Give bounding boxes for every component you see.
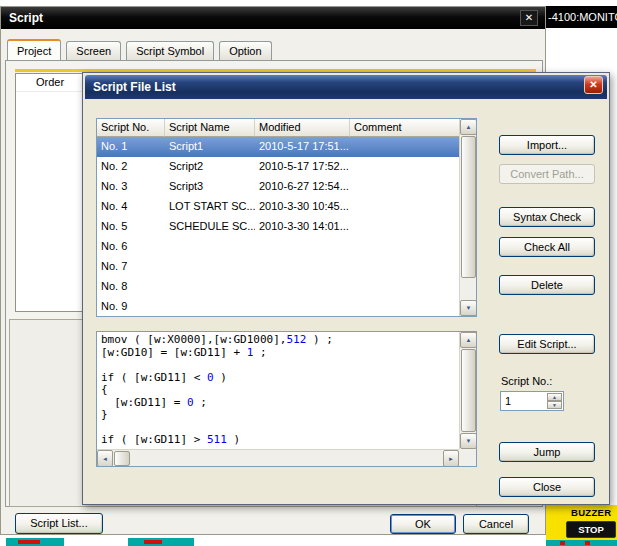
script-no-label: Script No.: — [501, 375, 552, 387]
scrollbar-thumb[interactable] — [114, 451, 130, 466]
edit-script-button[interactable]: Edit Script... — [499, 334, 595, 354]
spinner-down-button[interactable]: ▼ — [547, 401, 562, 409]
arrow-down-icon: ▼ — [466, 438, 472, 444]
column-header-1[interactable]: Script Name — [165, 119, 255, 137]
check-all-button[interactable]: Check All — [499, 237, 595, 257]
code-line: if ( [w:GD11] > 511 ) — [101, 434, 455, 447]
table-cell: No. 5 — [97, 217, 165, 237]
table-row[interactable]: No. 5SCHEDULE SC...2010-3-30 14:01... — [97, 217, 461, 237]
code-v-scrollbar[interactable]: ▲ ▼ — [459, 332, 476, 449]
script-no-input[interactable]: 1 ▲ ▼ — [500, 391, 564, 411]
table-row[interactable]: No. 7 — [97, 257, 461, 277]
jump-button[interactable]: Jump — [499, 442, 595, 462]
screen: -4100:MONITO BUZZER STOP Script ✕ Projec… — [0, 0, 617, 546]
script-file-list-dialog: Script File List ✕ Script No.Script Name… — [82, 72, 610, 505]
code-line: { — [101, 384, 455, 397]
delete-button[interactable]: Delete — [499, 275, 595, 295]
table-row[interactable]: No. 9 — [97, 297, 461, 317]
table-row[interactable]: No. 6 — [97, 237, 461, 257]
close-button[interactable]: Close — [499, 477, 595, 497]
table-cell: Script3 — [165, 177, 255, 197]
script-window-titlebar[interactable]: Script — [1, 7, 545, 29]
table-cell — [165, 297, 255, 317]
table-cell — [350, 177, 461, 197]
tab-script-symbol[interactable]: Script Symbol — [126, 41, 214, 61]
table-cell: LOT START SC... — [165, 197, 255, 217]
simulator-fragment-mark — [144, 540, 162, 544]
scrollbar-right-button[interactable]: ► — [443, 450, 459, 467]
script-table: Script No.Script NameModifiedComment No.… — [96, 118, 477, 317]
code-h-scrollbar[interactable]: ◄ ► — [97, 449, 459, 466]
table-row[interactable]: No. 3Script32010-6-27 12:54... — [97, 177, 461, 197]
tab-screen[interactable]: Screen — [66, 41, 121, 61]
table-cell: 2010-5-17 17:51... — [255, 137, 350, 157]
table-cell — [255, 257, 350, 277]
table-cell: SCHEDULE SC... — [165, 217, 255, 237]
cancel-button[interactable]: Cancel — [463, 514, 529, 534]
table-cell — [165, 237, 255, 257]
table-cell: No. 6 — [97, 237, 165, 257]
table-cell: No. 1 — [97, 137, 165, 157]
table-cell — [350, 237, 461, 257]
tab-project[interactable]: Project — [7, 39, 61, 61]
buzzer-label: BUZZER — [571, 507, 611, 518]
scrollbar-up-button[interactable]: ▲ — [460, 332, 477, 348]
stop-button[interactable]: STOP — [566, 521, 616, 538]
tab-strip: Project Screen Script Symbol Option — [7, 39, 274, 61]
script-no-spinner: ▲ ▼ — [547, 393, 562, 409]
code-text: bmov ( [w:X0000],[w:GD1000],512 ) ;[w:GD… — [97, 332, 459, 449]
table-cell: No. 3 — [97, 177, 165, 197]
behind-window-title-text: -4100:MONITO — [548, 11, 617, 23]
table-cell — [165, 277, 255, 297]
table-cell: No. 8 — [97, 277, 165, 297]
table-cell: 2010-3-30 10:45... — [255, 197, 350, 217]
arrow-up-icon: ▲ — [466, 337, 472, 343]
table-row[interactable]: No. 2Script22010-5-17 17:52... — [97, 157, 461, 177]
table-cell: No. 9 — [97, 297, 165, 317]
table-cell: 2010-6-27 12:54... — [255, 177, 350, 197]
dialog-close-button[interactable]: ✕ — [584, 76, 603, 94]
table-cell — [350, 277, 461, 297]
arrow-up-icon: ▲ — [466, 124, 472, 130]
script-list-button[interactable]: Script List... — [15, 513, 103, 534]
script-no-value: 1 — [505, 392, 511, 410]
table-row[interactable]: No. 8 — [97, 277, 461, 297]
convert-path-button[interactable]: Convert Path... — [499, 164, 595, 184]
arrow-right-icon: ► — [448, 456, 454, 462]
behind-window-titlebar: -4100:MONITO — [546, 6, 617, 28]
column-header-0[interactable]: Script No. — [97, 119, 165, 137]
window-close-button[interactable]: ✕ — [520, 10, 538, 26]
tab-option[interactable]: Option — [219, 41, 271, 61]
script-code-preview[interactable]: bmov ( [w:X0000],[w:GD1000],512 ) ;[w:GD… — [96, 331, 477, 467]
arrow-down-icon: ▼ — [552, 402, 557, 408]
spinner-up-button[interactable]: ▲ — [547, 393, 562, 401]
scrollbar-thumb[interactable] — [461, 136, 476, 278]
scrollbar-down-button[interactable]: ▼ — [460, 300, 477, 316]
table-row[interactable]: No. 4LOT START SC...2010-3-30 10:45... — [97, 197, 461, 217]
scrollbar-up-button[interactable]: ▲ — [460, 119, 477, 135]
code-line: if ( [w:GD11] < 0 ) — [101, 372, 455, 385]
table-body: No. 1Script12010-5-17 17:51...No. 2Scrip… — [97, 137, 461, 317]
table-cell — [350, 157, 461, 177]
table-cell: No. 4 — [97, 197, 165, 217]
scrollbar-corner — [459, 449, 476, 466]
scrollbar-down-button[interactable]: ▼ — [460, 433, 477, 449]
table-cell — [255, 237, 350, 257]
table-row[interactable]: No. 1Script12010-5-17 17:51... — [97, 137, 461, 157]
import-button[interactable]: Import... — [499, 135, 595, 155]
table-scrollbar[interactable]: ▲ ▼ — [459, 119, 476, 316]
table-cell — [165, 257, 255, 277]
table-cell — [255, 297, 350, 317]
scrollbar-left-button[interactable]: ◄ — [97, 450, 113, 467]
scrollbar-thumb[interactable] — [461, 349, 476, 432]
dialog-titlebar[interactable]: Script File List — [85, 75, 607, 99]
syntax-check-button[interactable]: Syntax Check — [499, 207, 595, 227]
column-header-3[interactable]: Comment — [350, 119, 461, 137]
column-header-2[interactable]: Modified — [255, 119, 350, 137]
arrow-left-icon: ◄ — [102, 456, 108, 462]
table-cell — [350, 297, 461, 317]
table-cell: Script2 — [165, 157, 255, 177]
code-line — [101, 359, 455, 372]
ok-button[interactable]: OK — [390, 514, 456, 534]
table-cell: Script1 — [165, 137, 255, 157]
